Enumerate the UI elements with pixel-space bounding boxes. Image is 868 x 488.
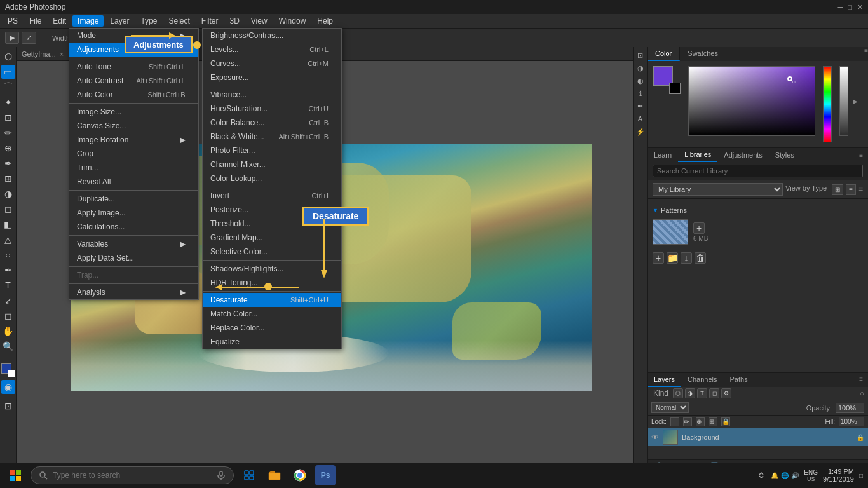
- icon-type-tool[interactable]: A: [635, 113, 646, 125]
- tab-libraries[interactable]: Libraries: [678, 148, 717, 162]
- adj-selective-color[interactable]: Selective Color...: [203, 245, 341, 259]
- tab-paths[interactable]: Paths: [724, 373, 754, 387]
- tool-lasso[interactable]: ⌒: [1, 80, 15, 94]
- menu-3d[interactable]: 3D: [224, 15, 244, 27]
- tool-eraser[interactable]: ◻: [1, 202, 15, 216]
- alpha-slider[interactable]: [839, 66, 848, 136]
- adj-photo-filter[interactable]: Photo Filter...: [203, 144, 341, 158]
- adj-color-balance[interactable]: Color Balance...Ctrl+B: [203, 116, 341, 130]
- menu-image[interactable]: Image: [72, 15, 104, 27]
- lib-delete-btn[interactable]: 🗑: [695, 252, 706, 264]
- lib-folder-btn[interactable]: 📁: [667, 252, 678, 264]
- tool-wand[interactable]: ✦: [1, 95, 15, 109]
- hue-slider[interactable]: [823, 66, 832, 142]
- icon-brush[interactable]: ✒: [635, 100, 646, 112]
- tool-quick-mask[interactable]: ◉: [1, 380, 15, 394]
- tab-learn[interactable]: Learn: [648, 149, 678, 161]
- icon-actions[interactable]: ⚡: [635, 126, 646, 137]
- tool-crop[interactable]: ⊡: [1, 111, 15, 125]
- color-swatches-stack[interactable]: [653, 66, 678, 92]
- tool-eyedropper[interactable]: ✏: [1, 126, 15, 140]
- adj-color-lookup[interactable]: Color Lookup...: [203, 172, 341, 186]
- maximize-btn[interactable]: □: [848, 3, 852, 11]
- lib-add-new-btn[interactable]: +: [653, 252, 664, 264]
- lock-position-btn[interactable]: ⊕: [696, 417, 705, 426]
- filter-adjustment-icon[interactable]: ◑: [685, 388, 695, 398]
- tool-pen[interactable]: ✒: [1, 263, 15, 277]
- filter-toggle[interactable]: ○: [860, 389, 864, 398]
- menu-select[interactable]: Select: [163, 15, 194, 27]
- tool-heal[interactable]: ⊕: [1, 141, 15, 155]
- adj-hdr-toning[interactable]: HDR Toning...: [203, 276, 341, 290]
- tab-color[interactable]: Color: [648, 47, 680, 61]
- system-tray[interactable]: 🔔 🌐 🔊: [771, 472, 799, 479]
- filter-shape-icon[interactable]: ◻: [709, 388, 719, 398]
- menu-help[interactable]: Help: [312, 15, 338, 27]
- icon-adjustments[interactable]: ◐: [635, 75, 646, 86]
- menu-crop[interactable]: Crop: [69, 147, 198, 161]
- start-button[interactable]: [5, 465, 25, 485]
- tool-brush[interactable]: ✒: [1, 156, 15, 170]
- tab-styles[interactable]: Styles: [769, 149, 801, 161]
- lock-image-btn[interactable]: ✏: [683, 417, 692, 426]
- lib-download-btn[interactable]: ↓: [681, 252, 692, 264]
- menu-auto-tone[interactable]: Auto ToneShift+Ctrl+L: [69, 60, 198, 74]
- menu-analysis[interactable]: Analysis▶: [69, 285, 198, 299]
- adj-brightness-contrast[interactable]: Brightness/Contrast...: [203, 29, 341, 43]
- taskbar-search[interactable]: [31, 466, 234, 484]
- notification-icon[interactable]: 🔔: [771, 472, 778, 479]
- volume-icon[interactable]: 🔊: [791, 472, 799, 479]
- adj-replace-color[interactable]: Replace Color...: [203, 321, 341, 335]
- foreground-color[interactable]: [1, 363, 15, 377]
- icon-colors[interactable]: ◑: [635, 62, 646, 74]
- adj-levels[interactable]: Levels...Ctrl+L: [203, 43, 341, 57]
- menu-auto-contrast[interactable]: Auto ContrastAlt+Shift+Ctrl+L: [69, 74, 198, 88]
- view-grid-btn[interactable]: ⊞: [832, 184, 843, 195]
- lock-artboard-btn[interactable]: ⊞: [709, 417, 717, 426]
- tool-hand[interactable]: ✋: [1, 324, 15, 338]
- notification-center-btn[interactable]: □: [859, 472, 863, 479]
- tool-move[interactable]: ⬡: [1, 50, 15, 64]
- adj-shadows-highlights[interactable]: Shadows/Highlights...: [203, 262, 341, 276]
- library-select[interactable]: My Library: [653, 183, 783, 196]
- menu-layer[interactable]: Layer: [105, 15, 134, 27]
- filter-type-icon[interactable]: T: [697, 388, 707, 398]
- opacity-input[interactable]: [836, 403, 864, 413]
- menu-edit[interactable]: Edit: [48, 15, 71, 27]
- tool-path-select[interactable]: ↙: [1, 294, 15, 308]
- tool-dodge[interactable]: ○: [1, 248, 15, 262]
- menu-calculations[interactable]: Calculations...: [69, 220, 198, 234]
- menu-reveal-all[interactable]: Reveal All: [69, 175, 198, 189]
- menu-duplicate[interactable]: Duplicate...: [69, 192, 198, 206]
- view-list-btn[interactable]: ≡: [846, 184, 856, 195]
- filter-pixel-icon[interactable]: ⬡: [673, 388, 683, 398]
- filter-smart-icon[interactable]: ⚙: [721, 388, 731, 398]
- tab-swatches[interactable]: Swatches: [680, 47, 726, 61]
- photoshop-taskbar-btn[interactable]: Ps: [315, 465, 336, 485]
- color-panel-collapse[interactable]: ≡: [864, 47, 868, 61]
- tool-zoom[interactable]: 🔍: [1, 339, 15, 353]
- lock-transparent-btn[interactable]: [670, 417, 679, 426]
- window-controls[interactable]: ─ □ ✕: [838, 3, 863, 11]
- adj-channel-mixer[interactable]: Channel Mixer...: [203, 158, 341, 172]
- menu-window[interactable]: Window: [274, 15, 311, 27]
- toolbar-mode-btn[interactable]: ▶: [5, 32, 19, 44]
- menu-variables[interactable]: Variables▶: [69, 237, 198, 251]
- expand-btn[interactable]: ▶: [853, 66, 857, 136]
- tool-history[interactable]: ◑: [1, 187, 15, 201]
- toolbar-warp-btn[interactable]: ⤢: [22, 32, 36, 44]
- menu-view[interactable]: View: [246, 15, 273, 27]
- task-view-btn[interactable]: [239, 465, 259, 485]
- adj-match-color[interactable]: Match Color...: [203, 307, 341, 321]
- fill-input[interactable]: [839, 417, 864, 426]
- lib-options-btn[interactable]: ≡: [858, 184, 863, 195]
- blend-mode-select[interactable]: Normal: [651, 402, 689, 413]
- tool-type[interactable]: T: [1, 278, 15, 292]
- adj-desaturate[interactable]: DesaturateShift+Ctrl+U: [203, 293, 341, 307]
- minimize-btn[interactable]: ─: [838, 3, 843, 11]
- lib-panel-collapse[interactable]: ≡: [859, 152, 863, 159]
- search-input[interactable]: [53, 471, 212, 480]
- menu-filter[interactable]: Filter: [196, 15, 224, 27]
- adj-invert[interactable]: InvertCtrl+I: [203, 189, 341, 203]
- adj-hue-saturation[interactable]: Hue/Saturation...Ctrl+U: [203, 102, 341, 116]
